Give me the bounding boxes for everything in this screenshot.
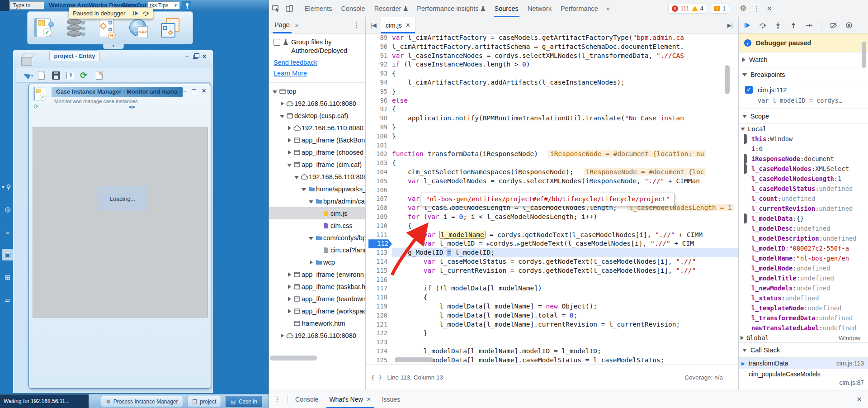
editor-vertical-scrollbar[interactable] <box>725 65 730 94</box>
scope-section-header[interactable]: Scope <box>739 109 868 124</box>
line-number[interactable]: 98 <box>366 114 392 123</box>
line-number[interactable]: 115 <box>366 266 392 275</box>
step-into-button[interactable] <box>773 20 783 30</box>
line-number-gutter[interactable]: 8990919293949596979899100101102103104105… <box>366 33 392 365</box>
scope-var-l_modelID[interactable]: l_modelID: "080027c2-550f-a <box>739 243 868 253</box>
case-window-title[interactable]: Case Instance Manager - Monitor and mana <box>52 87 183 97</box>
code-line-112[interactable]: var l_modelID = ▶cordys.▶getNodeText(l_c… <box>392 239 738 248</box>
code-line-111[interactable]: var l_modelName = cordys.getNodeText(l_c… <box>392 231 738 240</box>
tree-item-192-168-56-110-808[interactable]: 192.168.56.110:808 <box>269 171 365 183</box>
line-number[interactable]: 107 <box>366 195 392 204</box>
inspect-element-icon[interactable] <box>269 3 283 14</box>
line-number[interactable]: 120 <box>366 311 392 320</box>
tree-item-bpm-admin-ca[interactable]: bpm/admin/ca <box>269 195 365 207</box>
tab-network[interactable]: Network <box>523 0 556 17</box>
error-warning-badge[interactable]: ✕ 111 4 <box>668 4 707 14</box>
device-toolbar-icon[interactable] <box>283 3 296 14</box>
scope-var-l_caseModelNodesLength[interactable]: l_caseModelNodesLength: 1 <box>739 174 868 184</box>
code-line-116[interactable] <box>392 275 738 285</box>
code-line-93[interactable]: { <box>392 69 738 78</box>
taskbar-item[interactable]: ❒project <box>188 396 222 407</box>
code-line-100[interactable]: } <box>392 132 738 141</box>
scope-var-l_templateNode[interactable]: l_templateNode: undefined <box>739 303 868 313</box>
line-number[interactable]: 94 <box>366 78 392 87</box>
line-number[interactable]: 101 <box>366 141 392 150</box>
send-feedback-link[interactable]: Send feedback <box>274 59 361 66</box>
line-number[interactable]: 110 <box>366 222 392 231</box>
step-button[interactable] <box>804 20 814 30</box>
code-line-114[interactable]: var l_caseModelStatus = cordys.getNodeTe… <box>392 257 738 266</box>
scope-var-l_modelDesc[interactable]: l_modelDesc: undefined <box>739 223 868 233</box>
learn-more-link[interactable]: Learn More <box>274 70 361 77</box>
scope-var-l_transformedData[interactable]: l_transformedData: undefined <box>739 313 868 323</box>
database-icon[interactable] <box>65 17 86 39</box>
scope-var-l_caseModelNodes[interactable]: l_caseModelNodes: XMLSelect <box>739 164 868 174</box>
line-number[interactable]: 93 <box>366 69 392 78</box>
line-number[interactable]: 104 <box>366 168 392 177</box>
tree-item-app-iframe-cim-caf-[interactable]: app_iframe (cim.caf) <box>269 158 365 171</box>
step-out-button[interactable] <box>788 20 798 30</box>
tree-item-app-iframe-environn[interactable]: app_iframe (environn <box>269 268 365 280</box>
deactivate-breakpoints-button[interactable] <box>829 20 839 30</box>
tree-item-192-168-56-110-8080[interactable]: 192.168.56.110:8080 <box>269 329 365 342</box>
breakpoint-line-marker[interactable]: 112 <box>368 239 392 248</box>
tree-item-desktop-cusp-caf-[interactable]: desktop (cusp.caf) <box>269 109 365 122</box>
code-line-105[interactable]: var l_caseModelNodes = cordys.selectXMLN… <box>392 177 738 186</box>
tab-elements[interactable]: Elements <box>300 0 336 17</box>
hide-navigator-icon[interactable]: |◀ <box>366 22 381 28</box>
line-number[interactable]: 122 <box>366 329 392 338</box>
scope-var-l_count[interactable]: l_count: undefined <box>739 194 868 204</box>
editor-tab-cimjs[interactable]: cim.js ✕ <box>381 17 415 33</box>
splitter-handle[interactable]: ◄► <box>127 104 136 109</box>
breakpoint-checkbox[interactable]: ✓ <box>745 86 753 94</box>
code-line-98[interactable]: application.notify(BPMRuntimeTranslation… <box>392 114 738 123</box>
tab-performance[interactable]: Performance <box>556 0 603 17</box>
code-line-103[interactable]: { <box>392 159 738 168</box>
pretty-print-icon[interactable]: { } <box>366 374 387 381</box>
tree-item-app-iframe-choosed[interactable]: app_iframe (choosed <box>269 146 365 158</box>
callstack-section-header[interactable]: Call Stack <box>739 342 868 358</box>
drawer-tab-issues[interactable]: Issues <box>377 390 406 408</box>
tree-item-framework-htm[interactable]: framework.htm <box>269 317 365 329</box>
scope-var-l_newModels[interactable]: l_newModels: undefined <box>739 283 868 293</box>
code-line-96[interactable]: else <box>392 96 738 105</box>
drawer-tab-console[interactable]: Console <box>290 390 324 408</box>
scope-var-l_modelName[interactable]: l_modelName: "nl-bos-gen/en <box>739 253 868 263</box>
line-number[interactable]: 90 <box>366 43 392 52</box>
line-number[interactable]: 100 <box>366 132 392 141</box>
scope-local-row[interactable]: Local <box>739 124 868 134</box>
tree-item-app-iframe-workspac[interactable]: app_iframe (workspac <box>269 305 365 317</box>
code-line-95[interactable]: } <box>392 87 738 96</box>
scope-var-l_modelDescription[interactable]: l_modelDescription: undefined <box>739 233 868 243</box>
code-line-91[interactable]: var l_caseInstanceNodes = cordys.selectX… <box>392 52 738 61</box>
code-line-119[interactable]: l_modelData[l_modelName] = new Object(); <box>392 302 738 311</box>
scope-var-l_modelData[interactable]: l_modelData: {} <box>739 213 868 223</box>
tab-sources[interactable]: Sources <box>490 0 523 17</box>
editor-horizontal-scrollbar[interactable] <box>395 357 434 362</box>
tree-item-cim-js[interactable]: cim.js <box>269 207 365 219</box>
navigator-menu-icon[interactable]: ⋮ <box>349 21 365 29</box>
callstack-frame-cim_populateCaseModels[interactable]: cim_populateCaseModels <box>739 369 868 380</box>
code-line-99[interactable]: } <box>392 123 738 132</box>
line-number[interactable]: 114 <box>366 257 392 266</box>
close-tab-icon[interactable]: ✕ <box>367 396 371 403</box>
line-number[interactable]: 118 <box>366 293 392 302</box>
navigate-tool-icon[interactable]: ▼ <box>22 71 32 81</box>
code-line-90[interactable]: l_cimArtifactFactory.artifactSchema = g_… <box>392 43 738 52</box>
code-line-89[interactable]: var l_cimArtifactFactory = caseModels.ge… <box>392 33 738 43</box>
navigator-tab-page[interactable]: Page <box>269 17 295 33</box>
web-service-icon[interactable]: <●> <box>128 17 150 39</box>
code-line-110[interactable]: { <box>392 222 738 231</box>
code-line-101[interactable] <box>392 141 738 150</box>
line-number[interactable]: 124 <box>366 347 392 356</box>
code-line-97[interactable]: { <box>392 105 738 114</box>
minimize-button[interactable]: – <box>183 88 186 94</box>
dock-target-icon[interactable]: ◎ <box>2 204 14 215</box>
sidebar-scrollbar[interactable] <box>862 42 866 68</box>
minimize-button[interactable]: – <box>185 53 189 60</box>
step-over-button[interactable] <box>758 20 768 30</box>
tree-item-192-168-56-110-8080[interactable]: 192.168.56.110:8080 <box>269 97 365 109</box>
tree-item-wcp[interactable]: wcp <box>269 256 365 268</box>
more-tabs-chevron[interactable]: » <box>603 5 613 12</box>
code-line-118[interactable]: { <box>392 293 738 302</box>
